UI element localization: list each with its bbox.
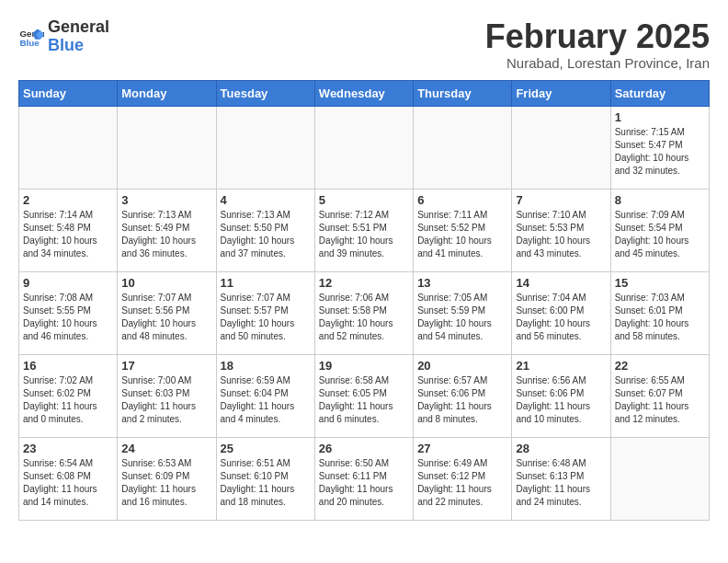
col-header-monday: Monday	[118, 80, 216, 106]
day-info: Sunrise: 7:02 AM Sunset: 6:02 PM Dayligh…	[23, 374, 113, 426]
day-number: 2	[23, 193, 113, 207]
calendar-cell: 21Sunrise: 6:56 AM Sunset: 6:06 PM Dayli…	[512, 354, 610, 437]
day-number: 10	[121, 276, 211, 290]
day-number: 12	[319, 276, 409, 290]
day-info: Sunrise: 7:08 AM Sunset: 5:55 PM Dayligh…	[23, 292, 113, 343]
day-number: 26	[319, 442, 409, 455]
day-number: 23	[23, 442, 113, 455]
day-info: Sunrise: 7:15 AM Sunset: 5:47 PM Dayligh…	[615, 126, 705, 178]
calendar-week-row: 23Sunrise: 6:54 AM Sunset: 6:08 PM Dayli…	[19, 437, 710, 520]
day-info: Sunrise: 6:50 AM Sunset: 6:11 PM Dayligh…	[319, 457, 409, 509]
calendar-cell: 27Sunrise: 6:49 AM Sunset: 6:12 PM Dayli…	[414, 437, 512, 520]
calendar-cell: 5Sunrise: 7:12 AM Sunset: 5:51 PM Daylig…	[314, 189, 413, 271]
calendar-cell	[610, 437, 709, 520]
location: Nurabad, Lorestan Province, Iran	[485, 55, 710, 71]
calendar-cell: 4Sunrise: 7:13 AM Sunset: 5:50 PM Daylig…	[216, 189, 314, 271]
calendar-cell: 13Sunrise: 7:05 AM Sunset: 5:59 PM Dayli…	[414, 271, 512, 354]
day-info: Sunrise: 6:55 AM Sunset: 6:07 PM Dayligh…	[615, 374, 705, 426]
day-number: 20	[417, 359, 507, 373]
month-title: February 2025	[485, 18, 710, 55]
day-number: 3	[121, 193, 211, 207]
calendar-cell	[118, 106, 216, 189]
day-number: 6	[417, 193, 507, 207]
calendar-cell: 22Sunrise: 6:55 AM Sunset: 6:07 PM Dayli…	[610, 354, 709, 437]
title-block: February 2025 Nurabad, Lorestan Province…	[485, 18, 710, 71]
calendar-cell	[512, 106, 610, 189]
day-number: 19	[319, 359, 409, 373]
calendar-cell: 18Sunrise: 6:59 AM Sunset: 6:04 PM Dayli…	[216, 354, 314, 437]
calendar-week-row: 1Sunrise: 7:15 AM Sunset: 5:47 PM Daylig…	[19, 106, 710, 189]
day-info: Sunrise: 7:03 AM Sunset: 6:01 PM Dayligh…	[615, 292, 705, 343]
day-info: Sunrise: 6:53 AM Sunset: 6:09 PM Dayligh…	[121, 457, 211, 509]
day-info: Sunrise: 6:48 AM Sunset: 6:13 PM Dayligh…	[516, 457, 606, 509]
calendar-cell: 2Sunrise: 7:14 AM Sunset: 5:48 PM Daylig…	[19, 189, 118, 271]
calendar-cell: 25Sunrise: 6:51 AM Sunset: 6:10 PM Dayli…	[216, 437, 314, 520]
logo-icon: General Blue	[18, 24, 44, 50]
calendar-cell: 26Sunrise: 6:50 AM Sunset: 6:11 PM Dayli…	[314, 437, 413, 520]
col-header-thursday: Thursday	[414, 80, 512, 106]
calendar-cell: 20Sunrise: 6:57 AM Sunset: 6:06 PM Dayli…	[414, 354, 512, 437]
calendar-cell: 1Sunrise: 7:15 AM Sunset: 5:47 PM Daylig…	[610, 106, 709, 189]
calendar-cell	[216, 106, 314, 189]
calendar-week-row: 2Sunrise: 7:14 AM Sunset: 5:48 PM Daylig…	[19, 189, 710, 271]
day-number: 7	[516, 193, 606, 207]
calendar-cell: 11Sunrise: 7:07 AM Sunset: 5:57 PM Dayli…	[216, 271, 314, 354]
day-number: 24	[121, 442, 211, 455]
calendar-table: SundayMondayTuesdayWednesdayThursdayFrid…	[18, 80, 710, 521]
day-info: Sunrise: 7:06 AM Sunset: 5:58 PM Dayligh…	[319, 292, 409, 343]
day-info: Sunrise: 7:12 AM Sunset: 5:51 PM Dayligh…	[319, 209, 409, 260]
day-info: Sunrise: 7:07 AM Sunset: 5:56 PM Dayligh…	[121, 292, 211, 343]
day-number: 22	[615, 359, 705, 373]
col-header-tuesday: Tuesday	[216, 80, 314, 106]
calendar-cell: 19Sunrise: 6:58 AM Sunset: 6:05 PM Dayli…	[314, 354, 413, 437]
page-header: General Blue General Blue February 2025 …	[18, 18, 710, 71]
calendar-cell: 7Sunrise: 7:10 AM Sunset: 5:53 PM Daylig…	[512, 189, 610, 271]
calendar-cell	[314, 106, 413, 189]
day-number: 9	[23, 276, 113, 290]
day-info: Sunrise: 7:10 AM Sunset: 5:53 PM Dayligh…	[516, 209, 606, 260]
day-info: Sunrise: 6:51 AM Sunset: 6:10 PM Dayligh…	[221, 457, 311, 509]
calendar-cell: 15Sunrise: 7:03 AM Sunset: 6:01 PM Dayli…	[610, 271, 709, 354]
day-info: Sunrise: 6:54 AM Sunset: 6:08 PM Dayligh…	[23, 457, 113, 509]
col-header-sunday: Sunday	[19, 80, 118, 106]
calendar-cell: 14Sunrise: 7:04 AM Sunset: 6:00 PM Dayli…	[512, 271, 610, 354]
day-number: 18	[221, 359, 311, 373]
col-header-wednesday: Wednesday	[314, 80, 413, 106]
calendar-cell: 8Sunrise: 7:09 AM Sunset: 5:54 PM Daylig…	[610, 189, 709, 271]
calendar-cell: 23Sunrise: 6:54 AM Sunset: 6:08 PM Dayli…	[19, 437, 118, 520]
day-number: 15	[615, 276, 705, 290]
day-number: 4	[221, 193, 311, 207]
logo: General Blue General Blue	[18, 18, 109, 55]
day-info: Sunrise: 7:13 AM Sunset: 5:49 PM Dayligh…	[121, 209, 211, 260]
col-header-friday: Friday	[512, 80, 610, 106]
day-number: 14	[516, 276, 606, 290]
day-number: 8	[615, 193, 705, 207]
day-number: 11	[221, 276, 311, 290]
day-number: 28	[516, 442, 606, 455]
calendar-cell: 3Sunrise: 7:13 AM Sunset: 5:49 PM Daylig…	[118, 189, 216, 271]
day-info: Sunrise: 6:57 AM Sunset: 6:06 PM Dayligh…	[417, 374, 507, 426]
calendar-cell	[19, 106, 118, 189]
day-info: Sunrise: 6:59 AM Sunset: 6:04 PM Dayligh…	[221, 374, 311, 426]
day-number: 1	[615, 110, 705, 124]
day-number: 5	[319, 193, 409, 207]
day-info: Sunrise: 7:00 AM Sunset: 6:03 PM Dayligh…	[121, 374, 211, 426]
calendar-cell: 9Sunrise: 7:08 AM Sunset: 5:55 PM Daylig…	[19, 271, 118, 354]
calendar-cell: 17Sunrise: 7:00 AM Sunset: 6:03 PM Dayli…	[118, 354, 216, 437]
calendar-header-row: SundayMondayTuesdayWednesdayThursdayFrid…	[19, 80, 710, 106]
day-info: Sunrise: 7:13 AM Sunset: 5:50 PM Dayligh…	[221, 209, 311, 260]
day-number: 27	[417, 442, 507, 455]
day-info: Sunrise: 7:11 AM Sunset: 5:52 PM Dayligh…	[417, 209, 507, 260]
calendar-cell: 6Sunrise: 7:11 AM Sunset: 5:52 PM Daylig…	[414, 189, 512, 271]
day-number: 25	[221, 442, 311, 455]
day-number: 13	[417, 276, 507, 290]
calendar-cell: 24Sunrise: 6:53 AM Sunset: 6:09 PM Dayli…	[118, 437, 216, 520]
day-number: 16	[23, 359, 113, 373]
day-info: Sunrise: 7:05 AM Sunset: 5:59 PM Dayligh…	[417, 292, 507, 343]
day-number: 21	[516, 359, 606, 373]
calendar-cell	[414, 106, 512, 189]
calendar-week-row: 16Sunrise: 7:02 AM Sunset: 6:02 PM Dayli…	[19, 354, 710, 437]
day-info: Sunrise: 7:09 AM Sunset: 5:54 PM Dayligh…	[615, 209, 705, 260]
calendar-week-row: 9Sunrise: 7:08 AM Sunset: 5:55 PM Daylig…	[19, 271, 710, 354]
calendar-cell: 28Sunrise: 6:48 AM Sunset: 6:13 PM Dayli…	[512, 437, 610, 520]
